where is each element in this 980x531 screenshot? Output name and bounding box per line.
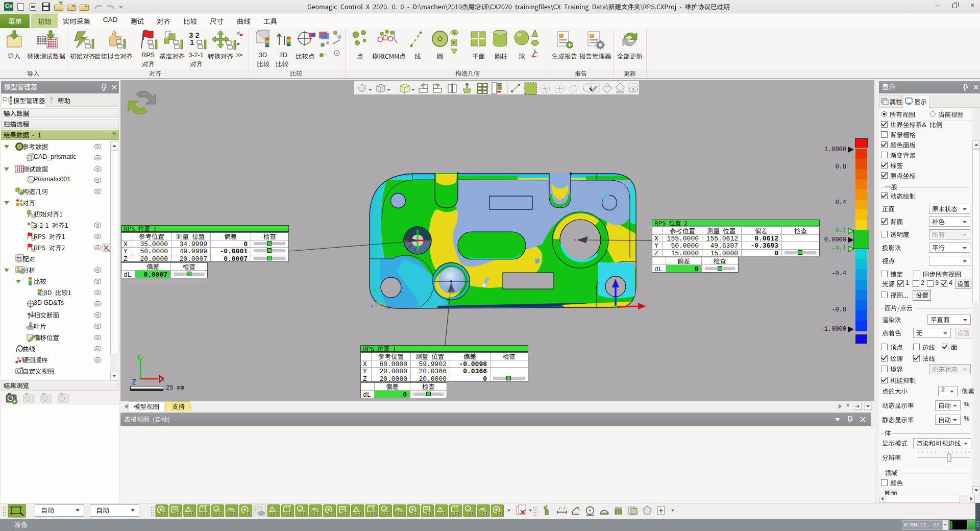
svg-text:Y: Y [137, 355, 141, 361]
svg-text:1: 1 [190, 38, 194, 46]
svg-text:X: X [160, 376, 164, 383]
